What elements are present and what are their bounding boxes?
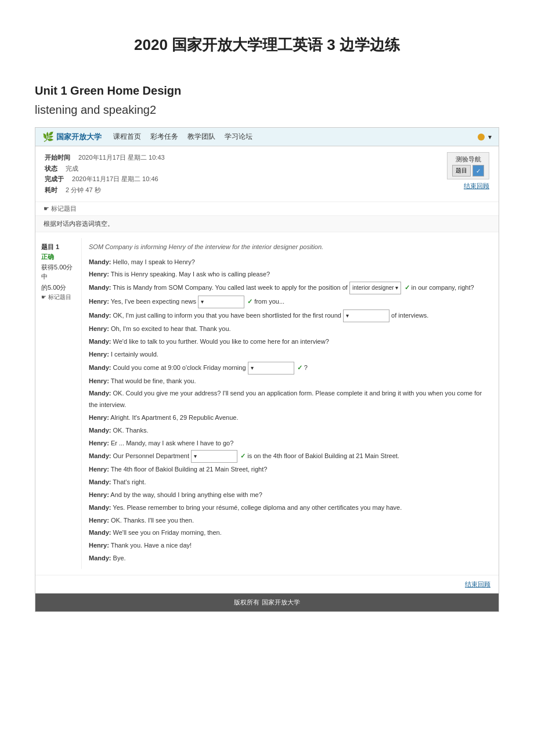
dialog-line-14: Henry: Er ... Mandy, may I ask where I h… bbox=[89, 438, 492, 449]
instruction-text: 根据对话内容选词填空。 bbox=[44, 220, 114, 227]
footer-text: 版权所有 国家开放大学 bbox=[234, 599, 300, 606]
footer-bar: 版权所有 国家开放大学 bbox=[35, 593, 499, 611]
guide-title: 测验导航 bbox=[452, 155, 484, 164]
speaker-16: Henry: bbox=[89, 466, 109, 473]
instruction-bar: 根据对话内容选词填空。 bbox=[35, 216, 499, 232]
end-review-bottom[interactable]: 结束回顾 bbox=[465, 581, 490, 588]
dialog-intro: SOM Company is informing Henry of the in… bbox=[89, 242, 492, 253]
speaker-22: Henry: bbox=[89, 542, 109, 549]
nav-logo: 🌿 国家开放大学 bbox=[42, 131, 102, 142]
content-area: 题目 1 正确 获得5.00分中 的5.00分 ☛ 标记题目 SOM Compa… bbox=[35, 232, 499, 575]
nav-link-home[interactable]: 课程首页 bbox=[113, 132, 141, 142]
speaker-14: Henry: bbox=[89, 440, 109, 447]
line-21-text: We'll see you on Friday morning, then. bbox=[113, 529, 222, 536]
line-2-text: This is Henry speaking. May I ask who is… bbox=[111, 271, 270, 278]
info-left: 开始时间 2020年11月17日 星期二 10:43 状态 完成 完成于 202… bbox=[45, 152, 435, 196]
nav-bar: 🌿 国家开放大学 课程首页 彩考任务 教学团队 学习论坛 ▾ bbox=[35, 128, 499, 146]
line-3-after: in our company, right? bbox=[412, 284, 474, 291]
dialog-line-19: Mandy: Yes. Please remember to bring you… bbox=[89, 502, 492, 514]
line-22-text: Thank you. Have a nice day! bbox=[111, 542, 192, 549]
line-14-text: Er ... Mandy, may I ask where I have to … bbox=[111, 440, 233, 447]
end-review-top[interactable]: 结束回顾 bbox=[464, 182, 489, 190]
nav-link-team[interactable]: 教学团队 bbox=[187, 132, 215, 142]
info-right: 测验导航 题目 ✓ 结束回顾 bbox=[447, 152, 489, 196]
line-10-text: That would be fine, thank you. bbox=[111, 377, 196, 384]
check-5: ✓ bbox=[240, 451, 246, 462]
time-value: 2 分钟 47 秒 bbox=[66, 186, 101, 193]
line-12-text: Alright. It's Apartment 6, 29 Republic A… bbox=[110, 414, 238, 421]
line-7-text: We'd like to talk to you further. Would … bbox=[113, 338, 329, 345]
dialog-line-22: Henry: Thank you. Have a nice day! bbox=[89, 540, 492, 552]
bottom-bar: 结束回顾 bbox=[35, 575, 499, 593]
unit-title: Unit 1 Green Home Design bbox=[35, 84, 499, 98]
speaker-18: Henry: bbox=[89, 491, 109, 498]
flag-area-top[interactable]: ☛ 标记题目 bbox=[35, 202, 499, 216]
question-flag[interactable]: ☛ 标记题目 bbox=[41, 293, 75, 301]
dialog-line-16: Henry: The 4th floor of Bakiol Building … bbox=[89, 464, 492, 476]
flag-label-sidebar: 标记题目 bbox=[48, 294, 71, 300]
speaker-15: Mandy: bbox=[89, 452, 111, 459]
speaker-1: Mandy: bbox=[89, 258, 111, 265]
end-label: 完成于 bbox=[45, 175, 64, 182]
nav-arrow: ▾ bbox=[488, 133, 492, 141]
flag-icon-sidebar: ☛ bbox=[41, 294, 46, 300]
speaker-10: Henry: bbox=[89, 377, 109, 384]
speaker-3: Mandy: bbox=[89, 284, 111, 291]
select-4[interactable]: ▾ bbox=[248, 362, 294, 375]
dialog-line-3: Mandy: This is Mandy from SOM Company. Y… bbox=[89, 282, 492, 294]
time-label: 耗时 bbox=[45, 186, 57, 193]
end-value: 2020年11月17日 星期二 10:46 bbox=[72, 175, 158, 182]
dialog-line-10: Henry: That would be fine, thank you. bbox=[89, 376, 492, 387]
guide-box: 测验导航 题目 ✓ bbox=[447, 152, 489, 179]
line-8-text: I certainly would. bbox=[111, 351, 158, 358]
nav-right: ▾ bbox=[478, 133, 492, 141]
page-wrapper: 2020 国家开放大学理工英语 3 边学边练 Unit 1 Green Home… bbox=[0, 0, 534, 756]
logo-text: 国家开放大学 bbox=[56, 132, 102, 142]
logo-icon: 🌿 bbox=[42, 131, 54, 142]
speaker-19: Mandy: bbox=[89, 504, 111, 511]
check-2: ✓ bbox=[247, 296, 252, 308]
speaker-21: Mandy: bbox=[89, 529, 111, 536]
line-17-text: That's right. bbox=[113, 478, 146, 485]
dialog-line-2: Henry: This is Henry speaking. May I ask… bbox=[89, 269, 492, 280]
status-row: 状态 完成 bbox=[45, 163, 435, 174]
nav-links[interactable]: 课程首页 彩考任务 教学团队 学习论坛 bbox=[113, 132, 252, 142]
select-1[interactable]: interior designer ▾ bbox=[349, 282, 401, 294]
speaker-11: Mandy: bbox=[89, 390, 111, 397]
guide-btn-1[interactable]: 题目 bbox=[452, 165, 471, 177]
dialog-line-6: Henry: Oh, I'm so excited to hear that. … bbox=[89, 323, 492, 335]
speaker-4: Henry: bbox=[89, 298, 109, 305]
nav-link-task[interactable]: 彩考任务 bbox=[150, 132, 178, 142]
check-1: ✓ bbox=[405, 282, 410, 294]
question-number: 题目 1 bbox=[41, 243, 75, 251]
line-15-text: Our Personnel Department bbox=[113, 452, 192, 459]
select-2[interactable]: ▾ bbox=[198, 296, 244, 308]
left-sidebar: 题目 1 正确 获得5.00分中 的5.00分 ☛ 标记题目 bbox=[35, 238, 82, 569]
dialog-line-8: Henry: I certainly would. bbox=[89, 349, 492, 361]
select-3[interactable]: ▾ bbox=[343, 309, 389, 322]
line-3-text: This is Mandy from SOM Company. You call… bbox=[113, 284, 349, 291]
nav-link-forum[interactable]: 学习论坛 bbox=[225, 132, 252, 142]
line-11-text: OK. Could you give me your address? I'll… bbox=[89, 390, 482, 408]
main-content: SOM Company is informing Henry of the in… bbox=[82, 238, 499, 569]
check-4: ✓ bbox=[297, 362, 302, 374]
status-label: 状态 bbox=[45, 165, 57, 172]
dialog-line-5: Mandy: OK, I'm just calling to inform yo… bbox=[89, 309, 492, 322]
line-16-text: The 4th floor of Bakiol Building at 21 M… bbox=[111, 466, 268, 473]
guide-btn-check[interactable]: ✓ bbox=[472, 165, 484, 177]
line-9-after: ? bbox=[304, 364, 308, 371]
flag-label-top: 标记题目 bbox=[51, 205, 77, 212]
select-5[interactable]: ▾ bbox=[191, 450, 237, 463]
dialog-line-12: Henry: Alright. It's Apartment 6, 29 Rep… bbox=[89, 412, 492, 424]
speaker-5: Mandy: bbox=[89, 312, 111, 319]
start-value: 2020年11月17日 星期二 10:43 bbox=[78, 154, 165, 161]
speaker-20: Henry: bbox=[89, 517, 109, 524]
flag-icon-top: ☛ bbox=[44, 205, 49, 212]
ui-box: 🌿 国家开放大学 课程首页 彩考任务 教学团队 学习论坛 ▾ 开始时间 2020… bbox=[35, 127, 499, 612]
dialog-line-1: Mandy: Hello, may I speak to Henry? bbox=[89, 257, 492, 268]
speaker-17: Mandy: bbox=[89, 478, 111, 485]
status-value: 完成 bbox=[66, 165, 78, 172]
start-label: 开始时间 bbox=[45, 154, 70, 161]
speaker-6: Henry: bbox=[89, 325, 109, 332]
dialog-line-4: Henry: Yes, I've been expecting news ▾ ✓… bbox=[89, 296, 492, 308]
